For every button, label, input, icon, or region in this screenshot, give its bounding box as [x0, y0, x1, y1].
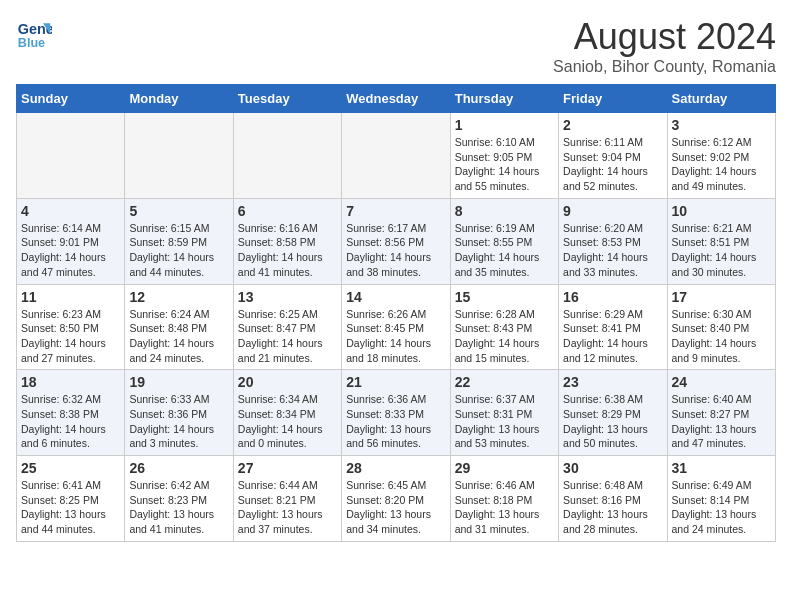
- day-info: Sunrise: 6:16 AMSunset: 8:58 PMDaylight:…: [238, 221, 337, 280]
- calendar-table: SundayMondayTuesdayWednesdayThursdayFrid…: [16, 84, 776, 542]
- day-info: Sunrise: 6:42 AMSunset: 8:23 PMDaylight:…: [129, 478, 228, 537]
- calendar-day-cell: 23Sunrise: 6:38 AMSunset: 8:29 PMDayligh…: [559, 370, 667, 456]
- day-info: Sunrise: 6:10 AMSunset: 9:05 PMDaylight:…: [455, 135, 554, 194]
- day-info: Sunrise: 6:34 AMSunset: 8:34 PMDaylight:…: [238, 392, 337, 451]
- day-number: 13: [238, 289, 337, 305]
- day-info: Sunrise: 6:38 AMSunset: 8:29 PMDaylight:…: [563, 392, 662, 451]
- day-number: 12: [129, 289, 228, 305]
- calendar-day-cell: 3Sunrise: 6:12 AMSunset: 9:02 PMDaylight…: [667, 113, 775, 199]
- day-info: Sunrise: 6:26 AMSunset: 8:45 PMDaylight:…: [346, 307, 445, 366]
- day-number: 8: [455, 203, 554, 219]
- day-number: 10: [672, 203, 771, 219]
- calendar-day-cell: 25Sunrise: 6:41 AMSunset: 8:25 PMDayligh…: [17, 456, 125, 542]
- day-number: 30: [563, 460, 662, 476]
- weekday-header: Wednesday: [342, 85, 450, 113]
- calendar-day-cell: 11Sunrise: 6:23 AMSunset: 8:50 PMDayligh…: [17, 284, 125, 370]
- calendar-day-cell: 13Sunrise: 6:25 AMSunset: 8:47 PMDayligh…: [233, 284, 341, 370]
- day-info: Sunrise: 6:25 AMSunset: 8:47 PMDaylight:…: [238, 307, 337, 366]
- calendar-day-cell: 6Sunrise: 6:16 AMSunset: 8:58 PMDaylight…: [233, 198, 341, 284]
- calendar-day-cell: 26Sunrise: 6:42 AMSunset: 8:23 PMDayligh…: [125, 456, 233, 542]
- day-number: 16: [563, 289, 662, 305]
- day-info: Sunrise: 6:40 AMSunset: 8:27 PMDaylight:…: [672, 392, 771, 451]
- calendar-day-cell: 4Sunrise: 6:14 AMSunset: 9:01 PMDaylight…: [17, 198, 125, 284]
- day-number: 27: [238, 460, 337, 476]
- calendar-day-cell: 15Sunrise: 6:28 AMSunset: 8:43 PMDayligh…: [450, 284, 558, 370]
- calendar-week-row: 11Sunrise: 6:23 AMSunset: 8:50 PMDayligh…: [17, 284, 776, 370]
- day-number: 21: [346, 374, 445, 390]
- calendar-header-row: SundayMondayTuesdayWednesdayThursdayFrid…: [17, 85, 776, 113]
- calendar-day-cell: 27Sunrise: 6:44 AMSunset: 8:21 PMDayligh…: [233, 456, 341, 542]
- calendar-day-cell: 17Sunrise: 6:30 AMSunset: 8:40 PMDayligh…: [667, 284, 775, 370]
- calendar-day-cell: [233, 113, 341, 199]
- day-number: 7: [346, 203, 445, 219]
- calendar-day-cell: 8Sunrise: 6:19 AMSunset: 8:55 PMDaylight…: [450, 198, 558, 284]
- day-number: 25: [21, 460, 120, 476]
- calendar-week-row: 25Sunrise: 6:41 AMSunset: 8:25 PMDayligh…: [17, 456, 776, 542]
- day-info: Sunrise: 6:28 AMSunset: 8:43 PMDaylight:…: [455, 307, 554, 366]
- day-number: 6: [238, 203, 337, 219]
- day-number: 9: [563, 203, 662, 219]
- day-number: 14: [346, 289, 445, 305]
- calendar-day-cell: 20Sunrise: 6:34 AMSunset: 8:34 PMDayligh…: [233, 370, 341, 456]
- calendar-day-cell: 21Sunrise: 6:36 AMSunset: 8:33 PMDayligh…: [342, 370, 450, 456]
- logo-icon: General Blue: [16, 16, 52, 52]
- day-info: Sunrise: 6:32 AMSunset: 8:38 PMDaylight:…: [21, 392, 120, 451]
- calendar-day-cell: [17, 113, 125, 199]
- calendar-day-cell: 28Sunrise: 6:45 AMSunset: 8:20 PMDayligh…: [342, 456, 450, 542]
- day-info: Sunrise: 6:44 AMSunset: 8:21 PMDaylight:…: [238, 478, 337, 537]
- day-number: 3: [672, 117, 771, 133]
- calendar-day-cell: 30Sunrise: 6:48 AMSunset: 8:16 PMDayligh…: [559, 456, 667, 542]
- day-info: Sunrise: 6:14 AMSunset: 9:01 PMDaylight:…: [21, 221, 120, 280]
- day-number: 29: [455, 460, 554, 476]
- calendar-day-cell: 2Sunrise: 6:11 AMSunset: 9:04 PMDaylight…: [559, 113, 667, 199]
- day-number: 1: [455, 117, 554, 133]
- day-info: Sunrise: 6:37 AMSunset: 8:31 PMDaylight:…: [455, 392, 554, 451]
- day-info: Sunrise: 6:24 AMSunset: 8:48 PMDaylight:…: [129, 307, 228, 366]
- day-info: Sunrise: 6:48 AMSunset: 8:16 PMDaylight:…: [563, 478, 662, 537]
- day-info: Sunrise: 6:11 AMSunset: 9:04 PMDaylight:…: [563, 135, 662, 194]
- calendar-week-row: 4Sunrise: 6:14 AMSunset: 9:01 PMDaylight…: [17, 198, 776, 284]
- day-info: Sunrise: 6:30 AMSunset: 8:40 PMDaylight:…: [672, 307, 771, 366]
- day-info: Sunrise: 6:17 AMSunset: 8:56 PMDaylight:…: [346, 221, 445, 280]
- calendar-day-cell: 14Sunrise: 6:26 AMSunset: 8:45 PMDayligh…: [342, 284, 450, 370]
- calendar-day-cell: 5Sunrise: 6:15 AMSunset: 8:59 PMDaylight…: [125, 198, 233, 284]
- weekday-header: Tuesday: [233, 85, 341, 113]
- weekday-header: Sunday: [17, 85, 125, 113]
- day-info: Sunrise: 6:45 AMSunset: 8:20 PMDaylight:…: [346, 478, 445, 537]
- day-number: 28: [346, 460, 445, 476]
- day-number: 18: [21, 374, 120, 390]
- day-number: 24: [672, 374, 771, 390]
- calendar-day-cell: 19Sunrise: 6:33 AMSunset: 8:36 PMDayligh…: [125, 370, 233, 456]
- day-number: 23: [563, 374, 662, 390]
- day-info: Sunrise: 6:36 AMSunset: 8:33 PMDaylight:…: [346, 392, 445, 451]
- title-block: August 2024 Saniob, Bihor County, Romani…: [553, 16, 776, 76]
- day-number: 22: [455, 374, 554, 390]
- calendar-day-cell: [125, 113, 233, 199]
- calendar-day-cell: 18Sunrise: 6:32 AMSunset: 8:38 PMDayligh…: [17, 370, 125, 456]
- day-number: 2: [563, 117, 662, 133]
- svg-text:Blue: Blue: [18, 36, 45, 50]
- calendar-day-cell: 24Sunrise: 6:40 AMSunset: 8:27 PMDayligh…: [667, 370, 775, 456]
- calendar-day-cell: 31Sunrise: 6:49 AMSunset: 8:14 PMDayligh…: [667, 456, 775, 542]
- day-number: 31: [672, 460, 771, 476]
- calendar-day-cell: 12Sunrise: 6:24 AMSunset: 8:48 PMDayligh…: [125, 284, 233, 370]
- day-number: 20: [238, 374, 337, 390]
- day-number: 15: [455, 289, 554, 305]
- day-info: Sunrise: 6:21 AMSunset: 8:51 PMDaylight:…: [672, 221, 771, 280]
- day-info: Sunrise: 6:41 AMSunset: 8:25 PMDaylight:…: [21, 478, 120, 537]
- weekday-header: Monday: [125, 85, 233, 113]
- calendar-day-cell: 9Sunrise: 6:20 AMSunset: 8:53 PMDaylight…: [559, 198, 667, 284]
- month-title: August 2024: [553, 16, 776, 58]
- weekday-header: Thursday: [450, 85, 558, 113]
- calendar-day-cell: 16Sunrise: 6:29 AMSunset: 8:41 PMDayligh…: [559, 284, 667, 370]
- weekday-header: Saturday: [667, 85, 775, 113]
- day-info: Sunrise: 6:33 AMSunset: 8:36 PMDaylight:…: [129, 392, 228, 451]
- weekday-header: Friday: [559, 85, 667, 113]
- calendar-day-cell: 7Sunrise: 6:17 AMSunset: 8:56 PMDaylight…: [342, 198, 450, 284]
- logo: General Blue: [16, 16, 52, 52]
- day-number: 17: [672, 289, 771, 305]
- day-info: Sunrise: 6:46 AMSunset: 8:18 PMDaylight:…: [455, 478, 554, 537]
- day-number: 19: [129, 374, 228, 390]
- day-number: 11: [21, 289, 120, 305]
- page-header: General Blue August 2024 Saniob, Bihor C…: [16, 16, 776, 76]
